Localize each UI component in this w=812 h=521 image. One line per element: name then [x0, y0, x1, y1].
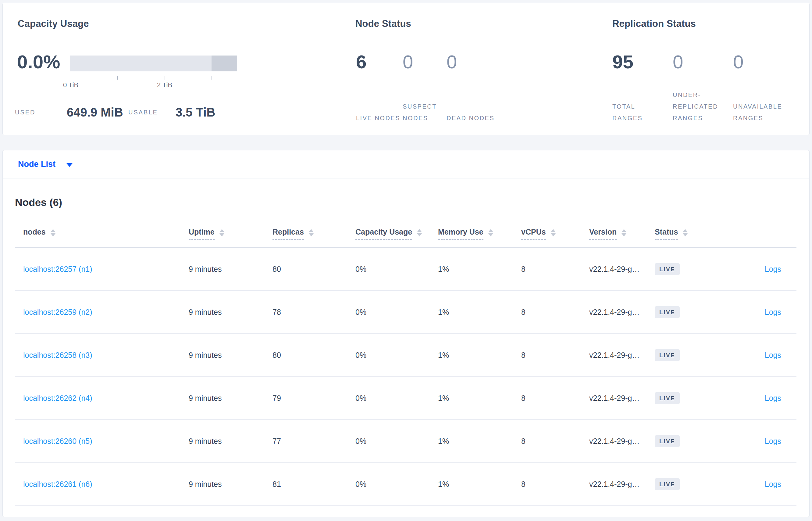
- capacity-axis-tick: [165, 76, 165, 80]
- version-cell: v22.1.4-29-g…: [589, 308, 655, 317]
- node-link[interactable]: localhost:26260 (n5): [23, 437, 92, 445]
- vcpus-cell: 8: [521, 437, 589, 446]
- status-badge: LIVE: [655, 392, 680, 404]
- capacity-usage-cell: 0%: [355, 437, 438, 446]
- stat-label: DEAD NODES: [447, 112, 494, 124]
- stat-value: 0: [403, 51, 413, 73]
- column-header-label: Version: [589, 228, 617, 240]
- sort-icon: [51, 229, 55, 236]
- column-header-label: Status: [655, 228, 678, 240]
- column-header-label: nodes: [23, 228, 46, 240]
- node-link[interactable]: localhost:26261 (n6): [23, 480, 92, 489]
- usable-value: 3.5 TiB: [175, 104, 215, 121]
- table-header-row: nodesUptimeReplicasCapacity UsageMemory …: [15, 220, 796, 248]
- stat-label: SUSPECT NODES: [403, 101, 448, 124]
- capacity-usage-title: Capacity Usage: [18, 17, 89, 30]
- node-link[interactable]: localhost:26257 (n1): [23, 265, 92, 273]
- status-cell: LIVE: [655, 392, 737, 404]
- replicas-cell: 79: [272, 394, 355, 403]
- logs-link[interactable]: Logs: [765, 265, 781, 273]
- replicas-cell: 80: [272, 351, 355, 360]
- vcpus-cell: 8: [521, 351, 589, 360]
- column-header-nodes[interactable]: nodes: [15, 228, 189, 240]
- capacity-usage-cell: 0%: [355, 480, 438, 489]
- capacity-usage-cell: 0%: [355, 265, 438, 274]
- table-row: localhost:26257 (n1)9 minutes800%1%8v22.…: [15, 248, 796, 291]
- uptime-cell: 9 minutes: [189, 394, 272, 403]
- stat-value: 6: [356, 51, 366, 73]
- logs-link[interactable]: Logs: [765, 437, 781, 445]
- capacity-axis-label-2: 2 TiB: [146, 81, 183, 90]
- column-header-uptime[interactable]: Uptime: [189, 228, 272, 240]
- table-row: localhost:26260 (n5)9 minutes770%1%8v22.…: [15, 420, 796, 463]
- replicas-cell: 77: [272, 437, 355, 446]
- stat: 0UNDER-REPLICATED RANGES: [673, 3, 737, 135]
- node-cell: localhost:26259 (n2): [15, 308, 189, 317]
- logs-cell: Logs: [737, 308, 796, 317]
- memory-use-cell: 1%: [438, 480, 521, 489]
- logs-cell: Logs: [737, 480, 796, 489]
- column-header-replicas[interactable]: Replicas: [272, 228, 355, 240]
- uptime-cell: 9 minutes: [189, 265, 272, 274]
- sort-icon: [551, 229, 556, 236]
- logs-cell: Logs: [737, 265, 796, 274]
- vcpus-cell: 8: [521, 394, 589, 403]
- status-badge: LIVE: [655, 349, 680, 361]
- memory-use-cell: 1%: [438, 394, 521, 403]
- stat: 95TOTAL RANGES: [612, 3, 666, 135]
- stat-value: 95: [612, 51, 634, 73]
- column-header-label: Uptime: [189, 228, 215, 240]
- stat-label: LIVE NODES: [356, 112, 400, 124]
- stat-label: TOTAL RANGES: [612, 101, 666, 124]
- stat-value: 0: [447, 51, 457, 73]
- logs-link[interactable]: Logs: [765, 480, 781, 489]
- version-cell: v22.1.4-29-g…: [589, 394, 655, 403]
- stat-value: 0: [733, 51, 743, 73]
- node-link[interactable]: localhost:26258 (n3): [23, 351, 92, 359]
- sort-icon: [417, 229, 422, 236]
- uptime-cell: 9 minutes: [189, 351, 272, 360]
- capacity-usage-cell: 0%: [355, 351, 438, 360]
- usable-label: USABLE: [128, 104, 158, 121]
- replicas-cell: 78: [272, 308, 355, 317]
- memory-use-cell: 1%: [438, 308, 521, 317]
- vcpus-cell: 8: [521, 308, 589, 317]
- column-header-vcpus[interactable]: vCPUs: [521, 228, 589, 240]
- node-list-selector[interactable]: Node List: [3, 151, 809, 178]
- capacity-usage-cell: 0%: [355, 308, 438, 317]
- node-list-card: Node List Nodes (6) nodesUptimeReplicasC…: [2, 150, 810, 517]
- stat: 0SUSPECT NODES: [403, 3, 448, 135]
- vcpus-cell: 8: [521, 265, 589, 274]
- node-cell: localhost:26262 (n4): [15, 394, 189, 403]
- node-link[interactable]: localhost:26262 (n4): [23, 394, 92, 402]
- used-label: USED: [15, 104, 35, 121]
- column-header-status[interactable]: Status: [655, 228, 737, 240]
- nodes-table: nodesUptimeReplicasCapacity UsageMemory …: [15, 220, 796, 506]
- status-badge: LIVE: [655, 478, 680, 490]
- sort-icon: [683, 229, 688, 236]
- cluster-summary-card: Capacity Usage 0.0% 0 TiB 2 TiB USED 649…: [2, 3, 810, 135]
- capacity-axis-label-0: 0 TiB: [52, 81, 89, 90]
- logs-cell: Logs: [737, 437, 796, 446]
- node-cell: localhost:26257 (n1): [15, 265, 189, 274]
- status-badge: LIVE: [655, 306, 680, 318]
- column-header-capacity-usage[interactable]: Capacity Usage: [355, 228, 438, 240]
- logs-link[interactable]: Logs: [765, 394, 781, 402]
- capacity-axis-tick: [71, 76, 71, 80]
- column-header-memory-use[interactable]: Memory Use: [438, 228, 521, 240]
- status-cell: LIVE: [655, 478, 737, 490]
- logs-link[interactable]: Logs: [765, 308, 781, 316]
- stat: 0UNAVAILABLE RANGES: [733, 3, 808, 135]
- capacity-axis-tick: [212, 76, 212, 80]
- node-link[interactable]: localhost:26259 (n2): [23, 308, 92, 316]
- logs-link[interactable]: Logs: [765, 351, 781, 359]
- column-header-version[interactable]: Version: [589, 228, 655, 240]
- stat-label: UNAVAILABLE RANGES: [733, 101, 808, 124]
- capacity-axis-tick: [117, 76, 118, 80]
- status-cell: LIVE: [655, 306, 737, 318]
- sort-icon: [621, 229, 626, 236]
- used-value: 649.9 MiB: [67, 104, 123, 121]
- replicas-cell: 81: [272, 480, 355, 489]
- node-cell: localhost:26260 (n5): [15, 437, 189, 446]
- capacity-bar-other-segment: [212, 55, 237, 71]
